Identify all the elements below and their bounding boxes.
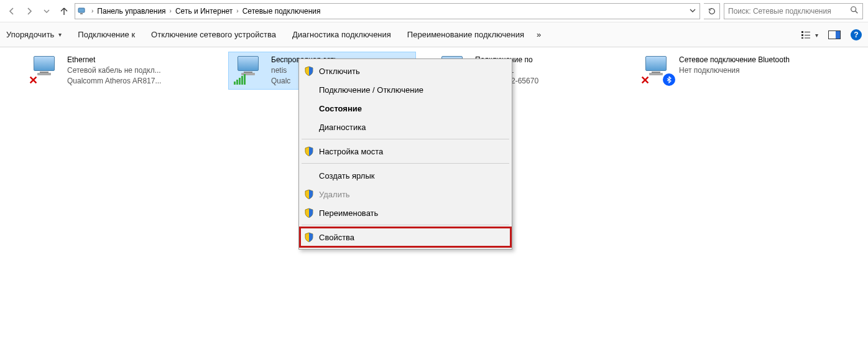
- svg-rect-0: [78, 8, 85, 12]
- context-menu-label: Переименовать: [319, 208, 378, 218]
- context-menu-item[interactable]: Состояние: [300, 99, 510, 118]
- search-input[interactable]: Поиск: Сетевые подключения: [724, 3, 863, 19]
- uac-shield-icon: [304, 232, 314, 242]
- cmd-overflow[interactable]: »: [537, 30, 541, 39]
- disconnected-icon: ✕: [639, 75, 650, 86]
- context-menu-item[interactable]: Отключить: [300, 62, 510, 80]
- uac-shield-icon: [304, 146, 314, 156]
- context-menu: ОтключитьПодключение / ОтключениеСостоян…: [298, 58, 512, 250]
- nav-up-button[interactable]: [57, 4, 71, 18]
- cmd-rename[interactable]: Переименование подключения: [407, 30, 524, 39]
- context-menu-separator: [302, 139, 509, 139]
- address-dropdown-icon[interactable]: [690, 7, 696, 16]
- preview-pane-button[interactable]: [828, 30, 841, 39]
- context-menu-label: Диагностика: [319, 123, 366, 132]
- bluetooth-icon: [663, 73, 675, 86]
- connection-icon: [233, 55, 265, 85]
- cmd-diagnose[interactable]: Диагностика подключения: [292, 30, 391, 39]
- context-menu-label: Создать ярлык: [319, 171, 374, 180]
- connection-icon: ✕: [29, 55, 61, 85]
- connection-status: Нет подключения: [679, 65, 790, 76]
- refresh-button[interactable]: [704, 3, 720, 19]
- connection-device: Qualcomm Atheros AR817...: [67, 76, 161, 87]
- nav-back-button[interactable]: [5, 4, 19, 18]
- context-menu-label: Свойства: [319, 233, 354, 242]
- command-bar: Упорядочить Подключение к Отключение сет…: [0, 22, 868, 47]
- connection-item[interactable]: ✕EthernetСетевой кабель не подкл...Qualc…: [25, 52, 211, 89]
- breadcrumb-item[interactable]: Сетевые подключения: [242, 7, 321, 16]
- search-placeholder: Поиск: Сетевые подключения: [728, 7, 831, 16]
- cmd-disable-device[interactable]: Отключение сетевого устройства: [151, 30, 276, 39]
- help-button[interactable]: ?: [851, 29, 862, 40]
- disconnected-icon: ✕: [27, 75, 39, 86]
- context-menu-item: Удалить: [300, 185, 510, 204]
- address-field[interactable]: › Панель управления› Сеть и Интернет› Се…: [75, 3, 700, 19]
- context-menu-label: Настройка моста: [319, 147, 383, 156]
- svg-rect-6: [801, 37, 803, 39]
- connection-status: Сетевой кабель не подкл...: [67, 65, 161, 76]
- connection-name: Сетевое подключение Bluetooth: [679, 55, 790, 65]
- connection-name: Ethernet: [67, 55, 161, 65]
- context-menu-item[interactable]: Свойства: [300, 228, 510, 246]
- uac-shield-icon: [304, 208, 314, 218]
- context-menu-item[interactable]: Подключение / Отключение: [300, 80, 510, 99]
- view-mode-button[interactable]: [801, 30, 818, 40]
- connection-item[interactable]: ✕Сетевое подключение BluetoothНет подклю…: [637, 52, 823, 87]
- context-menu-item[interactable]: Создать ярлык: [300, 166, 510, 185]
- svg-rect-5: [801, 34, 803, 36]
- uac-shield-icon: [304, 189, 314, 199]
- context-menu-item[interactable]: Диагностика: [300, 118, 510, 136]
- breadcrumb-item[interactable]: Панель управления›: [97, 7, 172, 16]
- context-menu-label: Подключение / Отключение: [319, 85, 423, 95]
- uac-shield-icon: [304, 66, 314, 76]
- svg-rect-1: [80, 13, 83, 14]
- nav-recent-dropdown[interactable]: [40, 4, 53, 18]
- nav-forward-button[interactable]: [22, 4, 36, 18]
- svg-rect-11: [836, 31, 840, 39]
- organize-menu[interactable]: Упорядочить: [6, 30, 62, 39]
- connection-labels: EthernetСетевой кабель не подкл...Qualco…: [67, 55, 161, 87]
- context-menu-label: Удалить: [319, 190, 350, 199]
- breadcrumb-item[interactable]: Сеть и Интернет›: [175, 7, 239, 16]
- address-bar: › Панель управления› Сеть и Интернет› Се…: [0, 0, 868, 22]
- context-menu-item[interactable]: Настройка моста: [300, 142, 510, 161]
- signal-bars-icon: [234, 74, 246, 85]
- connection-icon: ✕: [640, 55, 673, 85]
- context-menu-item[interactable]: Переименовать: [300, 204, 510, 222]
- search-icon: [850, 6, 859, 16]
- cmd-connect[interactable]: Подключение к: [78, 30, 135, 39]
- context-menu-separator: [302, 225, 509, 225]
- svg-rect-4: [801, 31, 803, 33]
- context-menu-label: Отключить: [319, 67, 360, 76]
- svg-point-2: [851, 7, 856, 12]
- connection-labels: Сетевое подключение BluetoothНет подключ…: [679, 55, 790, 85]
- breadcrumb-chevron-icon: ›: [91, 7, 93, 14]
- svg-line-3: [856, 11, 858, 14]
- network-connections-icon: [76, 6, 88, 17]
- context-menu-label: Состояние: [319, 104, 362, 113]
- context-menu-separator: [302, 163, 509, 164]
